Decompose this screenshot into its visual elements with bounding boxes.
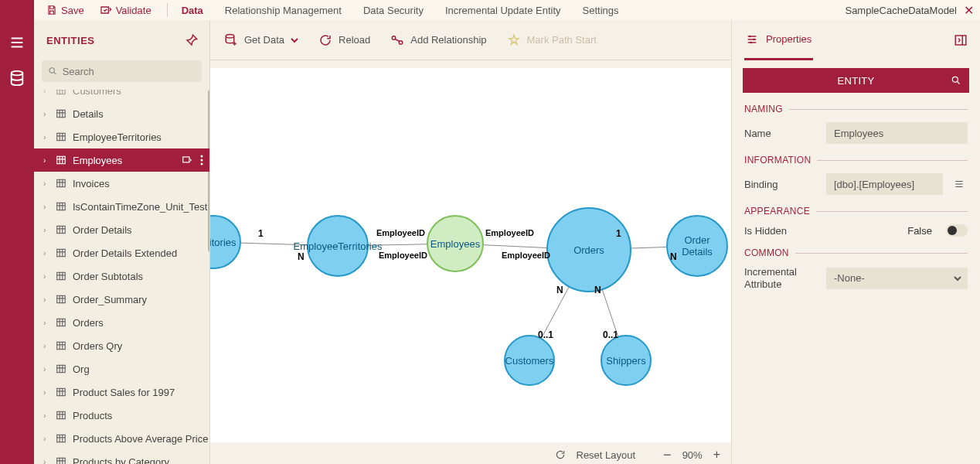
tab-settings[interactable]: Settings: [583, 5, 619, 16]
diagram-canvas[interactable]: TerritoriesEmployeeTerritoriesEmployeesO…: [210, 68, 731, 442]
reset-layout-icon[interactable]: [555, 449, 566, 460]
tab-security[interactable]: Data Security: [363, 5, 424, 16]
tab-data[interactable]: Data: [182, 5, 203, 16]
tree-item[interactable]: › Orders: [34, 311, 209, 334]
tree-item[interactable]: › Products: [34, 404, 209, 427]
diagram-node[interactable]: Order Details: [666, 215, 728, 277]
entities-sidebar: ENTITIES › Customers › Details › Employe…: [34, 20, 210, 464]
zoom-out-button[interactable]: −: [663, 447, 672, 463]
search-icon: [48, 66, 58, 77]
zoom-in-button[interactable]: +: [713, 448, 720, 462]
section-info: INFORMATION: [744, 155, 968, 165]
reset-layout-label[interactable]: Reset Layout: [577, 449, 636, 461]
search-input[interactable]: [63, 66, 196, 77]
tree-item[interactable]: › EmployeeTerritories: [34, 125, 209, 148]
table-icon: [56, 178, 66, 189]
reload-button[interactable]: Reload: [318, 33, 370, 47]
sidebar-title: ENTITIES: [46, 35, 95, 46]
tree-item-label: Details: [73, 108, 104, 120]
add-relationship-button[interactable]: Add Relationship: [390, 33, 486, 47]
chevron-down-icon: [291, 36, 298, 44]
relationship-icon: [390, 33, 404, 47]
menu-icon[interactable]: [9, 34, 26, 51]
incremental-value[interactable]: -None-: [826, 268, 968, 289]
entity-search-icon[interactable]: [951, 75, 961, 86]
validate-button[interactable]: Validate: [100, 5, 151, 16]
tab-incremental[interactable]: Incremental Update Entity: [445, 5, 561, 16]
table-icon: [56, 271, 66, 281]
tree-item-label: Employees: [73, 155, 122, 166]
tree-item[interactable]: › Products by Category: [34, 450, 209, 464]
tree-item[interactable]: › Employees: [34, 148, 209, 172]
tree-item[interactable]: › IsContainTimeZone_Unit_Test: [34, 195, 209, 218]
svg-point-35: [749, 35, 751, 37]
entity-bar-label: ENTITY: [837, 75, 874, 87]
table-icon: [56, 108, 66, 119]
canvas-area: TerritoriesEmployeeTerritoriesEmployeesO…: [210, 60, 731, 464]
diagram-node[interactable]: Customers: [504, 335, 555, 386]
pin-icon[interactable]: [185, 33, 199, 47]
database-icon[interactable]: [9, 70, 26, 87]
tree-item[interactable]: › Products Above Average Price: [34, 427, 209, 450]
save-button[interactable]: Save: [46, 5, 84, 16]
incremental-label: Incremental Attribute: [744, 266, 818, 290]
diagram-node[interactable]: Orders: [546, 207, 631, 292]
sidebar-search[interactable]: [42, 60, 202, 82]
goto-icon[interactable]: [182, 155, 192, 165]
svg-point-9: [201, 163, 203, 165]
svg-point-1: [49, 68, 54, 73]
diagram-node[interactable]: EmployeeTerritories: [307, 215, 369, 277]
save-label: Save: [61, 5, 84, 16]
svg-rect-20: [57, 411, 66, 418]
svg-rect-13: [57, 249, 66, 256]
mark-path-button[interactable]: Mark Path Start: [507, 33, 597, 47]
top-bar: Save Validate Data Relationship Manageme…: [0, 0, 980, 20]
tree-item[interactable]: › Invoices: [34, 172, 209, 195]
svg-point-37: [750, 41, 752, 43]
panel-collapse-icon[interactable]: [954, 33, 968, 47]
diagram-node[interactable]: Territories: [210, 215, 241, 269]
hidden-label: Is Hidden: [744, 225, 845, 237]
tree-item-label: Order Subtotals: [73, 271, 143, 282]
entity-selector[interactable]: ENTITY: [743, 68, 969, 93]
tree-item[interactable]: › Details: [34, 102, 209, 125]
more-icon[interactable]: [200, 155, 203, 165]
table-icon: [56, 201, 66, 212]
tree-item-label: Products: [73, 410, 112, 421]
table-icon: [56, 456, 66, 464]
tree-item[interactable]: › Org: [34, 357, 209, 380]
sliders-icon: [746, 33, 758, 46]
tree-item[interactable]: › Customers: [34, 90, 209, 102]
section-appearance: APPEARANCE: [744, 206, 968, 217]
validate-label: Validate: [116, 5, 151, 16]
chevron-down-icon: [954, 275, 961, 282]
table-icon: [56, 340, 66, 351]
close-icon[interactable]: ✕: [964, 3, 974, 18]
tree-item[interactable]: › Product Sales for 1997: [34, 380, 209, 404]
tree-item-label: Orders Qry: [73, 340, 122, 352]
canvas-footer: Reset Layout − 90% +: [210, 445, 731, 464]
svg-point-8: [201, 159, 203, 162]
diagram-node[interactable]: Shippers: [601, 335, 652, 386]
get-data-button[interactable]: Get Data: [224, 33, 298, 47]
table-icon: [56, 294, 66, 305]
svg-point-39: [952, 77, 958, 82]
name-label: Name: [744, 128, 818, 139]
properties-tab[interactable]: Properties: [744, 20, 813, 60]
tree-item[interactable]: › Order Subtotals: [34, 264, 209, 288]
tree-item-label: Products by Category: [73, 456, 169, 465]
name-value[interactable]: Employees: [826, 122, 968, 144]
binding-menu-icon[interactable]: [951, 173, 968, 195]
tree-item[interactable]: › Orders Qry: [34, 334, 209, 357]
tree-item[interactable]: › Order Details: [34, 218, 209, 241]
hidden-toggle[interactable]: [946, 224, 968, 237]
diagram-node[interactable]: Employees: [427, 215, 484, 272]
tree-item[interactable]: › Order_Summary: [34, 288, 209, 311]
tree-item[interactable]: › Order Details Extended: [34, 241, 209, 264]
get-data-icon: [224, 33, 238, 47]
mark-path-label: Mark Path Start: [527, 34, 597, 46]
tree-item-label: Order_Summary: [73, 294, 147, 305]
cardinality-label: N: [594, 285, 601, 295]
tab-relationship[interactable]: Relationship Management: [225, 5, 342, 16]
tree-item-label: Order Details: [73, 224, 132, 236]
